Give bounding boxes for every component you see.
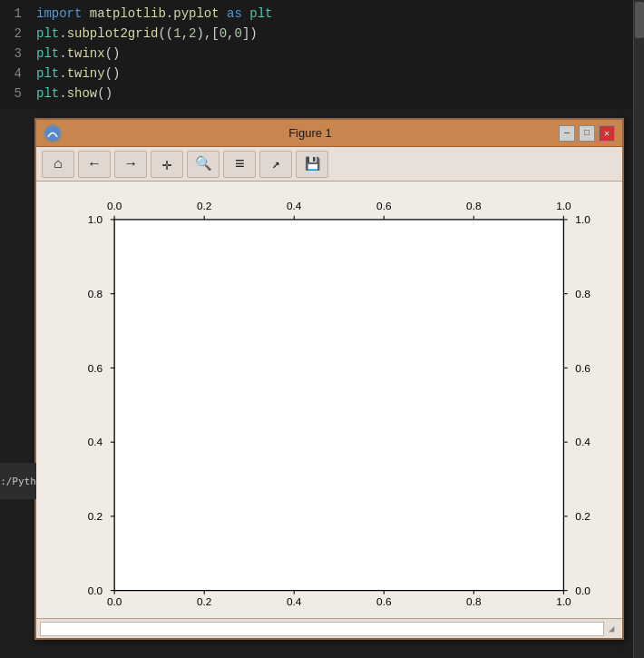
- svg-text:0.6: 0.6: [575, 362, 590, 374]
- back-button[interactable]: ←: [78, 151, 111, 178]
- svg-text:1.0: 1.0: [88, 213, 103, 225]
- line-number: 1: [0, 4, 36, 24]
- figure-titlebar: Figure 1 — □ ✕: [36, 120, 622, 147]
- svg-text:1.0: 1.0: [575, 213, 590, 225]
- pan-button[interactable]: ✛: [151, 151, 183, 178]
- home-button[interactable]: ⌂: [42, 151, 74, 178]
- chart-svg: 0.0 0.2 0.4 0.6 0.8 1.0 0.0 0.2 0.4 0: [36, 182, 622, 638]
- left-panel-text: :/Pyth: [0, 476, 36, 487]
- svg-text:0.8: 0.8: [88, 288, 102, 300]
- code-line-2: 2 plt.subplot2grid((1,2),[0,0]): [0, 24, 644, 44]
- svg-text:0.0: 0.0: [575, 584, 590, 596]
- save-button[interactable]: 💾: [296, 151, 328, 178]
- line-number: 5: [0, 83, 36, 103]
- figure-app-icon: [44, 124, 62, 142]
- subplots-button[interactable]: ≡: [223, 151, 256, 178]
- figure-statusbar: ◢: [36, 618, 622, 638]
- figure-title: Figure 1: [62, 126, 559, 140]
- svg-text:1.0: 1.0: [556, 596, 571, 608]
- svg-text:1.0: 1.0: [556, 201, 571, 212]
- code-content: plt.subplot2grid((1,2),[0,0]): [36, 24, 258, 44]
- svg-text:0.2: 0.2: [575, 510, 590, 522]
- svg-text:0.2: 0.2: [197, 596, 211, 608]
- status-input[interactable]: [40, 622, 604, 636]
- code-content: plt.twinx(): [36, 44, 120, 64]
- svg-text:0.6: 0.6: [376, 596, 391, 608]
- figure-toolbar: ⌂ ← → ✛ 🔍 ≡ ↗ 💾: [36, 147, 622, 182]
- customize-button[interactable]: ↗: [259, 151, 292, 178]
- forward-button[interactable]: →: [114, 151, 147, 178]
- svg-text:0.6: 0.6: [376, 201, 391, 212]
- svg-text:0.0: 0.0: [88, 584, 103, 596]
- svg-text:0.2: 0.2: [197, 201, 211, 212]
- line-number: 2: [0, 24, 36, 44]
- code-line-4: 4 plt.twiny(): [0, 64, 644, 83]
- svg-text:0.4: 0.4: [575, 436, 590, 447]
- minimize-button[interactable]: —: [559, 125, 575, 142]
- plot-area[interactable]: 0.0 0.2 0.4 0.6 0.8 1.0 0.0 0.2 0.4 0: [36, 182, 622, 638]
- svg-text:0.8: 0.8: [575, 288, 590, 300]
- plot-container: 0.0 0.2 0.4 0.6 0.8 1.0 0.0 0.2 0.4 0: [36, 182, 622, 638]
- resize-grip-icon: ◢: [604, 622, 619, 636]
- svg-text:0.6: 0.6: [88, 362, 102, 374]
- code-content: plt.twiny(): [36, 64, 120, 83]
- svg-text:0.2: 0.2: [88, 510, 102, 522]
- window-controls[interactable]: — □ ✕: [559, 125, 615, 142]
- svg-text:0.0: 0.0: [107, 201, 122, 212]
- code-line-5: 5 plt.show(): [0, 83, 644, 103]
- left-panel-label: :/Pyth: [0, 463, 36, 499]
- svg-rect-2: [114, 220, 563, 591]
- line-number: 3: [0, 44, 36, 64]
- scrollbar-thumb[interactable]: [635, 2, 644, 38]
- code-line-3: 3 plt.twinx(): [0, 44, 644, 64]
- svg-text:0.4: 0.4: [287, 201, 302, 212]
- svg-text:0.8: 0.8: [466, 596, 481, 608]
- svg-text:0.0: 0.0: [107, 596, 122, 608]
- svg-text:0.4: 0.4: [88, 436, 103, 447]
- svg-text:0.8: 0.8: [466, 201, 481, 212]
- code-editor: 1 import matplotlib.pyplot as plt 2 plt.…: [0, 0, 644, 109]
- body-scrollbar[interactable]: [633, 0, 644, 658]
- line-number: 4: [0, 64, 36, 83]
- zoom-button[interactable]: 🔍: [187, 151, 220, 178]
- code-content: plt.show(): [36, 83, 112, 103]
- code-line-1: 1 import matplotlib.pyplot as plt: [0, 4, 644, 24]
- svg-text:0.4: 0.4: [287, 596, 302, 608]
- close-button[interactable]: ✕: [599, 125, 615, 142]
- maximize-button[interactable]: □: [579, 125, 595, 142]
- code-content: import matplotlib.pyplot as plt: [36, 4, 273, 24]
- figure-window: Figure 1 — □ ✕ ⌂ ← → ✛ 🔍 ≡ ↗ 💾: [34, 118, 624, 640]
